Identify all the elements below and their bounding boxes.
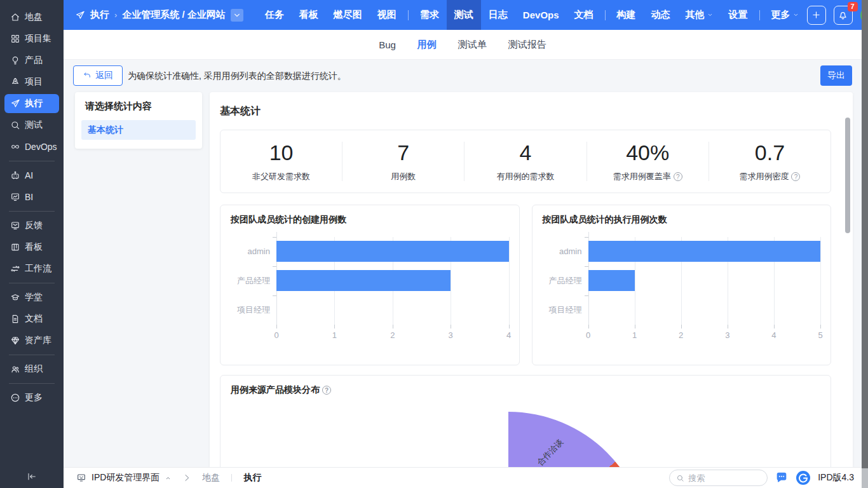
bulb-icon xyxy=(10,55,20,65)
bi-icon xyxy=(10,192,20,202)
workspace-name[interactable]: IPD研发管理界面 xyxy=(92,472,159,484)
bar-chart-plot: admin产品经理项目经理 xyxy=(276,237,509,325)
robot-icon xyxy=(10,170,20,180)
bottom-crumb-home[interactable]: 地盘 xyxy=(202,472,220,484)
nav-item-label: 日志 xyxy=(489,9,508,21)
nav-item-build[interactable]: 构建 xyxy=(609,0,644,30)
breadcrumb-section[interactable]: 执行 xyxy=(90,9,109,21)
breadcrumb-project[interactable]: 企业管理系统 / 企业网站 xyxy=(122,9,226,21)
nav-item-requirements[interactable]: 需求 xyxy=(412,0,447,30)
stat-value: 7 xyxy=(397,140,409,165)
infinity-icon xyxy=(10,142,20,152)
plus-icon xyxy=(811,10,822,20)
sidebar-item-ai[interactable]: AI xyxy=(4,166,59,185)
sidebar-item-devops[interactable]: DevOps xyxy=(4,137,59,156)
sidebar-item-label: 项目集 xyxy=(25,33,51,44)
tab-case[interactable]: 用例 xyxy=(417,39,437,51)
x-tick-label: 3 xyxy=(449,330,453,340)
feedback-icon xyxy=(10,220,20,231)
stat-cell: 4有用例的需求数 xyxy=(465,140,586,182)
chevron-down-icon xyxy=(792,11,799,18)
notifications-button[interactable]: 7 xyxy=(834,6,853,25)
statistics-notice: 为确保统计准确性, 采用用例列表的全部数据进行统计。 xyxy=(128,71,346,82)
chat-bubble-icon[interactable] xyxy=(775,471,789,485)
x-tick-label: 4 xyxy=(771,330,776,340)
nav-divider xyxy=(759,10,760,20)
sidebar-item-label: 更多 xyxy=(25,392,43,403)
dart-icon xyxy=(10,98,20,109)
nav-item-devops[interactable]: DevOps xyxy=(515,0,567,30)
sidebar-item-bi[interactable]: BI xyxy=(4,187,59,207)
nav-item-more[interactable]: 更多 xyxy=(764,0,807,30)
tab-testreport[interactable]: 测试报告 xyxy=(508,39,546,51)
nav-item-docs[interactable]: 文档 xyxy=(567,0,601,30)
chevron-up-icon[interactable] xyxy=(165,475,172,482)
nav-item-label: 任务 xyxy=(265,9,284,21)
sidebar-item-product[interactable]: 产品 xyxy=(4,51,59,70)
sidebar-item-project[interactable]: 项目 xyxy=(4,72,59,92)
stat-label: 有用例的需求数 xyxy=(497,171,555,182)
nav-item-activity[interactable]: 动态 xyxy=(644,0,678,30)
search-box[interactable] xyxy=(669,470,768,486)
nav-item-logs[interactable]: 日志 xyxy=(481,0,515,30)
help-icon[interactable]: ? xyxy=(791,172,800,181)
sidebar-item-test[interactable]: 测试 xyxy=(4,116,59,135)
nav-item-settings[interactable]: 设置 xyxy=(721,0,756,30)
stat-label-text: 有用例的需求数 xyxy=(497,171,555,182)
nav-item-label: 设置 xyxy=(729,9,748,21)
execute-icon xyxy=(75,10,85,20)
chart-title: 按团队成员统计的创建用例数 xyxy=(231,214,509,226)
chart-title: 按团队成员统计的执行用例次数 xyxy=(543,214,821,226)
category-label: 产品经理 xyxy=(231,266,270,295)
chevron-down-icon xyxy=(232,10,242,20)
search-input[interactable] xyxy=(688,473,752,483)
tab-testplan[interactable]: 测试单 xyxy=(458,39,487,51)
export-button[interactable]: 导出 xyxy=(820,65,852,86)
selector-item-basic-stats[interactable]: 基本统计 xyxy=(81,120,196,140)
bar-admin[interactable] xyxy=(588,241,821,262)
sidebar-item-more[interactable]: 更多 xyxy=(4,388,59,407)
nav-item-burndown[interactable]: 燃尽图 xyxy=(326,0,370,30)
sidebar-item-assets[interactable]: 资产库 xyxy=(4,331,59,350)
sidebar-item-execute[interactable]: 执行 xyxy=(4,94,59,113)
sidebar-item-label: 学堂 xyxy=(25,292,43,303)
breadcrumb-separator: › xyxy=(114,10,117,20)
statistic-selector-panel: 请选择统计内容 基本统计 xyxy=(75,92,202,149)
window-scrollbar-thumb[interactable] xyxy=(862,0,868,468)
sidebar-item-label: 项目 xyxy=(25,76,43,88)
stat-cell: 0.7需求用例密度? xyxy=(709,140,831,182)
bar-产品经理[interactable] xyxy=(276,270,451,291)
sidebar-item-org[interactable]: 组织 xyxy=(4,360,59,379)
pie-chart[interactable] xyxy=(369,412,648,467)
chevron-down-icon xyxy=(707,11,714,18)
x-tick-label: 3 xyxy=(725,330,729,340)
stat-label: 需求用例密度? xyxy=(739,171,800,182)
tab-bug[interactable]: Bug xyxy=(379,39,396,50)
nav-item-tasks[interactable]: 任务 xyxy=(257,0,292,30)
nav-item-testing[interactable]: 测试 xyxy=(447,0,481,30)
back-button[interactable]: 返回 xyxy=(73,65,123,86)
x-tick-label: 2 xyxy=(390,330,395,340)
collapse-sidebar-icon[interactable] xyxy=(27,471,37,482)
help-icon[interactable]: ? xyxy=(674,172,682,181)
sidebar-item-docs[interactable]: 文档 xyxy=(4,309,59,329)
sidebar-item-workflow[interactable]: 工作流 xyxy=(4,259,59,278)
window-scrollbar[interactable] xyxy=(862,0,868,488)
panel-scrollbar-thumb[interactable] xyxy=(845,118,850,233)
sidebar-item-feedback[interactable]: 反馈 xyxy=(4,216,59,235)
sidebar-item-home[interactable]: 地盘 xyxy=(4,8,59,27)
bar-admin[interactable] xyxy=(276,241,509,262)
nav-item-views[interactable]: 视图 xyxy=(370,0,404,30)
stat-cell: 40%需求用例覆盖率? xyxy=(587,140,709,182)
sidebar-item-kanban[interactable]: 看板 xyxy=(4,238,59,257)
statistics-panel: 基本统计 10非父研发需求数7用例数4有用例的需求数40%需求用例覆盖率?0.7… xyxy=(210,92,853,467)
help-icon[interactable]: ? xyxy=(322,386,331,395)
sidebar-item-label: AI xyxy=(25,170,33,180)
sidebar-item-project-set[interactable]: 项目集 xyxy=(4,29,59,48)
bar-产品经理[interactable] xyxy=(588,270,635,291)
create-button[interactable] xyxy=(807,6,826,25)
nav-item-others[interactable]: 其他 xyxy=(678,0,721,30)
sidebar-item-school[interactable]: 学堂 xyxy=(4,288,59,307)
project-switcher[interactable] xyxy=(231,9,243,22)
nav-item-board[interactable]: 看板 xyxy=(292,0,326,30)
